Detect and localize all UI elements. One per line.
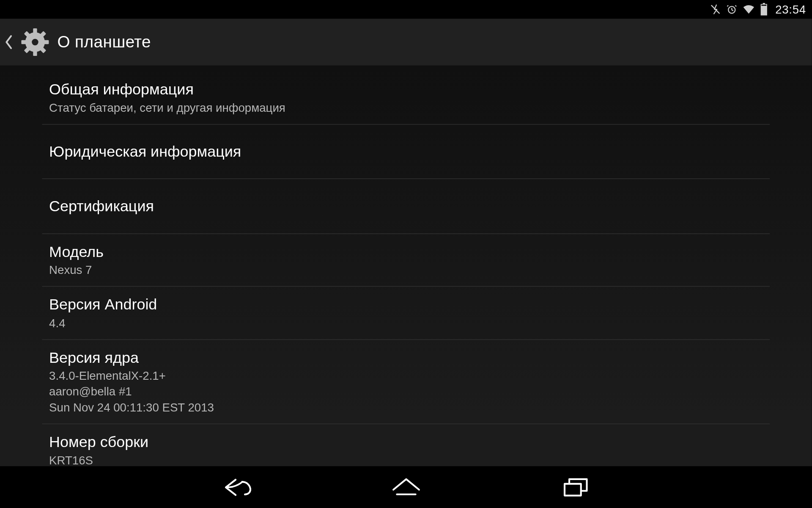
svg-rect-12: [21, 40, 26, 44]
alarm-icon: [726, 3, 738, 15]
navigation-bar: [0, 466, 812, 508]
row-subtitle: Nexus 7: [49, 262, 763, 278]
row-subtitle: Статус батареи, сети и другая информация: [49, 100, 763, 116]
screen: 23:54: [0, 0, 812, 508]
row-android-version[interactable]: Версия Android 4.4: [42, 287, 770, 340]
row-title: Версия Android: [49, 295, 763, 314]
row-subtitle: 4.4: [49, 315, 763, 331]
row-title: Номер сборки: [49, 432, 763, 451]
page-title: О планшете: [57, 33, 151, 51]
row-model[interactable]: Модель Nexus 7: [42, 234, 770, 287]
vibrate-icon: [710, 3, 721, 15]
row-status[interactable]: Общая информация Статус батареи, сети и …: [42, 72, 770, 124]
row-title: Сертификация: [49, 196, 763, 215]
status-clock: 23:54: [775, 3, 806, 16]
svg-rect-10: [33, 28, 37, 33]
svg-line-3: [732, 10, 733, 11]
row-kernel-version[interactable]: Версия ядра 3.4.0-ElementalX-2.1+ aaron@…: [42, 340, 770, 424]
row-subtitle: KRT16S: [49, 453, 763, 466]
row-title: Юридическая информация: [49, 142, 763, 161]
row-title: Модель: [49, 242, 763, 261]
status-bar: 23:54: [0, 0, 812, 19]
svg-rect-22: [564, 484, 581, 496]
row-title: Версия ядра: [49, 348, 763, 367]
up-caret-icon[interactable]: [5, 35, 13, 50]
settings-gear-icon: [19, 26, 51, 58]
row-title: Общая информация: [49, 80, 763, 99]
nav-back-button[interactable]: [216, 467, 257, 508]
svg-rect-8: [761, 6, 767, 15]
svg-rect-13: [44, 40, 49, 44]
row-build-number[interactable]: Номер сборки KRT16S: [42, 424, 770, 467]
row-subtitle: 3.4.0-ElementalX-2.1+ aaron@bella #1 Sun…: [49, 368, 763, 415]
svg-rect-11: [33, 51, 37, 56]
row-certification[interactable]: Сертификация: [42, 179, 770, 234]
settings-list: Общая информация Статус батареи, сети и …: [42, 72, 770, 467]
action-bar[interactable]: О планшете: [0, 19, 812, 66]
battery-icon: [760, 3, 768, 16]
nav-home-button[interactable]: [385, 467, 426, 508]
nav-recents-button[interactable]: [555, 467, 596, 508]
svg-line-5: [735, 6, 737, 6]
wifi-icon: [743, 3, 755, 15]
device-frame: 23:54: [0, 0, 812, 508]
svg-line-4: [727, 6, 729, 6]
content-area[interactable]: Общая информация Статус батареи, сети и …: [0, 66, 812, 467]
row-legal[interactable]: Юридическая информация: [42, 124, 770, 179]
